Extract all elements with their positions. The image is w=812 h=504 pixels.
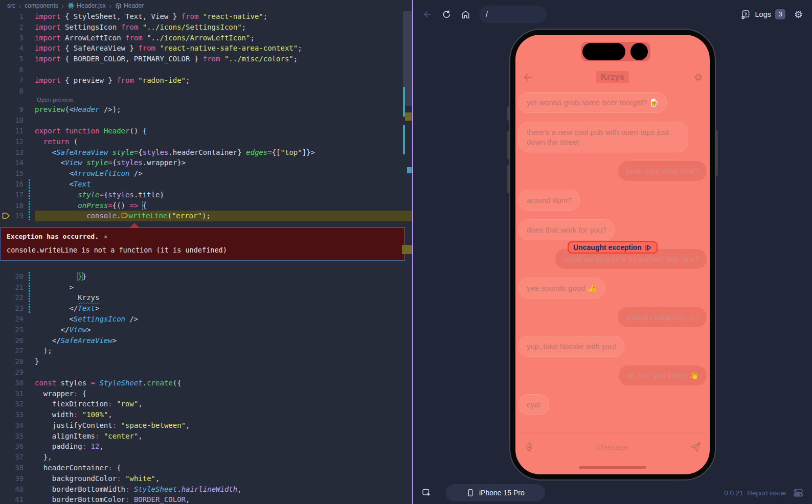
line-number[interactable]: 5 xyxy=(0,54,35,64)
mic-icon[interactable] xyxy=(524,442,535,453)
code-line[interactable]: 33 width: "100%", xyxy=(0,409,412,420)
line-number[interactable]: 27 xyxy=(0,346,35,356)
line-number[interactable]: 40 xyxy=(0,484,35,495)
home-button[interactable] xyxy=(460,9,470,19)
code-line[interactable]: 3import ArrowLeftIcon from "../icons/Arr… xyxy=(0,33,412,43)
code-line[interactable]: 5import { BORDER_COLOR, PRIMARY_COLOR } … xyxy=(0,54,412,64)
line-number[interactable]: 28 xyxy=(0,356,35,367)
line-number[interactable]: 16 xyxy=(0,179,35,190)
line-number[interactable]: 13 xyxy=(0,147,35,158)
close-icon[interactable]: ✕ xyxy=(104,232,107,242)
reload-button[interactable] xyxy=(441,9,452,19)
line-number[interactable]: 35 xyxy=(0,431,35,442)
line-number[interactable]: 22 xyxy=(0,292,35,303)
line-number[interactable]: 30 xyxy=(0,378,35,388)
line-number[interactable]: 11 xyxy=(0,126,35,136)
line-number[interactable]: 14 xyxy=(0,157,35,168)
breadcrumb-src[interactable]: src xyxy=(7,2,15,9)
line-number[interactable]: 17 xyxy=(0,190,35,200)
code-line[interactable]: 30const styles = StyleSheet.create({ xyxy=(0,378,412,388)
line-number[interactable]: 15 xyxy=(0,168,35,179)
line-number[interactable]: 18 xyxy=(0,200,35,211)
code-line[interactable]: 18 onPress={() => { xyxy=(0,200,412,211)
line-number[interactable]: 37 xyxy=(0,452,35,463)
code-line[interactable]: 10 xyxy=(0,115,412,126)
line-number[interactable]: 34 xyxy=(0,420,35,431)
code-line[interactable]: 21 > xyxy=(0,282,412,293)
code-line[interactable]: 27 ); xyxy=(0,346,412,356)
code-line[interactable]: 13 <SafeAreaView style={styles.headerCon… xyxy=(0,147,412,158)
code-line[interactable]: 2import SettingsIcon from "../icons/Sett… xyxy=(0,22,412,33)
code-line[interactable]: 28} xyxy=(0,356,412,367)
code-line[interactable]: 32 flexDirection: "row", xyxy=(0,399,412,409)
chat-settings-icon[interactable]: ⚙ xyxy=(694,73,703,82)
message-input-bar[interactable]: Message xyxy=(515,432,710,461)
url-input[interactable]: / xyxy=(479,6,547,23)
line-number[interactable]: 25 xyxy=(0,325,35,335)
line-number[interactable]: 29 xyxy=(0,367,35,378)
settings-gear-icon[interactable]: ⚙ xyxy=(794,10,803,19)
device-select-button[interactable]: iPhone 15 Pro xyxy=(446,484,545,501)
line-number[interactable]: 32 xyxy=(0,399,35,409)
line-number[interactable]: 2 xyxy=(0,22,35,33)
code-line[interactable]: 16 <Text xyxy=(0,179,412,190)
line-number[interactable]: 38 xyxy=(0,463,35,473)
message-input[interactable]: Message xyxy=(535,443,690,451)
line-number[interactable]: 26 xyxy=(0,335,35,346)
code-line[interactable]: 37 }, xyxy=(0,452,412,463)
line-number[interactable]: 31 xyxy=(0,388,35,399)
line-number[interactable]: 20 xyxy=(0,271,35,282)
code-line[interactable]: 35 alignItems: "center", xyxy=(0,431,412,442)
line-number[interactable]: 41 xyxy=(0,494,35,504)
code-line[interactable]: 26 </SafeAreaView> xyxy=(0,335,412,346)
code-line[interactable]: 22 Krzys xyxy=(0,292,412,303)
code-line[interactable]: 4import { SafeAreaView } from "react-nat… xyxy=(0,43,412,54)
code-line[interactable]: 29 xyxy=(0,367,412,378)
code-editor[interactable]: src › components › Header.jsx › Header 1… xyxy=(0,0,412,504)
line-number[interactable]: 1 xyxy=(0,11,35,22)
breadcrumb-symbol[interactable]: Header xyxy=(115,2,144,9)
line-number[interactable]: 4 xyxy=(0,43,35,54)
code-line[interactable]: 39 backgroundColor: "white", xyxy=(0,473,412,484)
code-line[interactable]: 9preview(<Header />); xyxy=(0,104,412,115)
line-number[interactable]: 19 xyxy=(0,211,35,221)
line-number[interactable]: 7 xyxy=(0,75,35,86)
code-line[interactable]: 40 borderBottomWidth: StyleSheet.hairlin… xyxy=(0,484,412,495)
code-line[interactable]: 24 <SettingsIcon /> xyxy=(0,314,412,325)
code-line[interactable]: 17 style={styles.title} xyxy=(0,190,412,200)
report-issue-link[interactable]: 0.0.21: Report issue xyxy=(724,489,786,497)
code-line[interactable]: 1import { StyleSheet, Text, View } from … xyxy=(0,11,412,22)
line-number[interactable]: 36 xyxy=(0,441,35,452)
device-screen[interactable]: Krzys ⚙ yo! wanna grab some beer tonight… xyxy=(515,35,710,474)
code-line[interactable]: 36 padding: 12, xyxy=(0,441,412,452)
code-line[interactable]: 8 xyxy=(0,86,412,97)
code-line[interactable]: 14 <View style={styles.wrapper}> xyxy=(0,157,412,168)
line-number[interactable]: 8 xyxy=(0,86,35,97)
line-number[interactable]: 39 xyxy=(0,473,35,484)
inspect-element-button[interactable] xyxy=(421,488,432,498)
codelens-open-preview[interactable]: Open preview xyxy=(37,96,412,104)
line-number[interactable]: 12 xyxy=(0,136,35,147)
code-line[interactable]: 41 borderBottomColor: BORDER_COLOR, xyxy=(0,494,412,504)
line-number[interactable]: 33 xyxy=(0,409,35,420)
back-button[interactable] xyxy=(422,9,433,19)
line-number[interactable]: 21 xyxy=(0,282,35,293)
send-icon[interactable] xyxy=(690,441,702,453)
code-line[interactable]: 19 console.writeLine("error"); xyxy=(0,211,412,221)
line-number[interactable]: 24 xyxy=(0,314,35,325)
line-number[interactable]: 9 xyxy=(0,104,35,115)
logs-button[interactable]: Logs 3 xyxy=(740,9,785,20)
code-line[interactable]: 34 justifyContent: "space-between", xyxy=(0,420,412,431)
line-number[interactable]: 23 xyxy=(0,303,35,314)
code-line[interactable]: 25 </View> xyxy=(0,325,412,335)
chat-back-button[interactable] xyxy=(523,72,534,83)
code-line[interactable]: 11export function Header() { xyxy=(0,126,412,136)
code-line[interactable]: 38 headerContainer: { xyxy=(0,463,412,473)
line-number[interactable]: 6 xyxy=(0,64,35,75)
code-line[interactable]: 31 wrapper: { xyxy=(0,388,412,399)
code-line[interactable]: 23 </Text> xyxy=(0,303,412,314)
line-number[interactable]: 10 xyxy=(0,115,35,126)
breadcrumb-components[interactable]: components xyxy=(25,2,58,9)
code-line[interactable]: 6 xyxy=(0,64,412,75)
code-line[interactable]: 20 }} xyxy=(0,271,412,282)
